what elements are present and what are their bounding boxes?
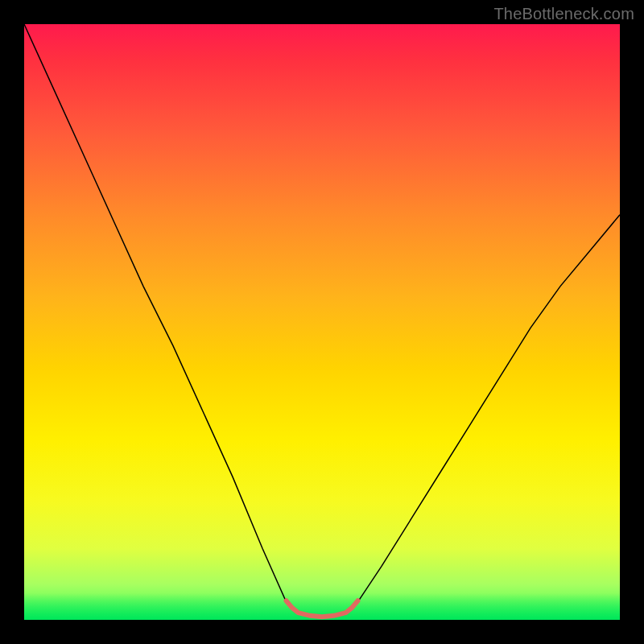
plot-background: [24, 24, 620, 620]
watermark-text: TheBottleneck.com: [493, 5, 634, 23]
chart-frame: TheBottleneck.com: [0, 0, 644, 644]
